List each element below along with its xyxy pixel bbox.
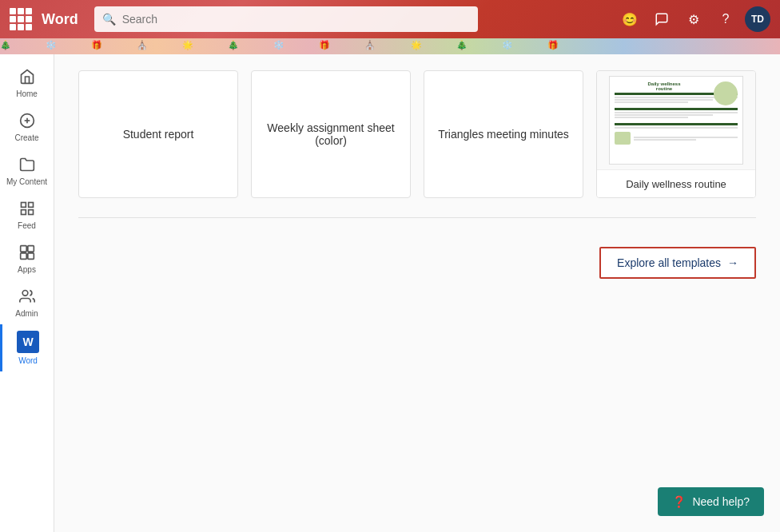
svg-rect-6 xyxy=(28,210,33,215)
svg-rect-8 xyxy=(27,246,34,252)
preview-line-8 xyxy=(634,137,738,138)
user-avatar[interactable]: TD xyxy=(745,6,770,32)
main-layout: Home Create My Content xyxy=(0,54,780,532)
preview-text-block xyxy=(634,136,738,141)
template-card-weekly-assignment[interactable]: Weekly assignment sheet (color) xyxy=(251,70,411,198)
need-help-label: Need help? xyxy=(692,495,750,508)
preview-line-7 xyxy=(615,127,738,129)
explore-btn-label: Explore all templates xyxy=(617,256,721,269)
svg-point-11 xyxy=(22,291,28,296)
app-title: Word xyxy=(42,11,78,28)
sidebar-item-apps[interactable]: Apps xyxy=(0,236,54,280)
templates-grid: Student report Weekly assignment sheet (… xyxy=(78,70,756,198)
template-card-student-report[interactable]: Student report xyxy=(78,70,238,198)
template-preview-daily-wellness: Daily wellnessroutine xyxy=(597,71,755,169)
template-card-footer-daily-wellness: Daily wellness routine xyxy=(597,169,755,197)
sidebar-item-my-content[interactable]: My Content xyxy=(0,149,54,193)
preview-line-6 xyxy=(615,117,689,118)
template-card-daily-wellness[interactable]: Daily wellnessroutine xyxy=(596,70,756,198)
svg-rect-10 xyxy=(27,253,34,260)
holiday-banner xyxy=(0,38,780,54)
preview-line-3 xyxy=(615,101,689,103)
apps-icon xyxy=(18,243,37,262)
preview-green-bar-3 xyxy=(615,123,738,125)
settings-icon-btn[interactable]: ⚙ xyxy=(681,6,706,32)
svg-rect-5 xyxy=(21,210,26,215)
explore-btn-arrow: → xyxy=(727,256,738,269)
preview-small-image xyxy=(615,132,631,145)
search-box[interactable]: 🔍 xyxy=(94,6,478,32)
home-icon xyxy=(18,67,37,86)
svg-rect-9 xyxy=(20,253,26,260)
explore-section: Explore all templates → xyxy=(78,234,756,292)
sidebar-label-create: Create xyxy=(14,133,38,142)
sidebar: Home Create My Content xyxy=(0,54,54,532)
sidebar-item-word[interactable]: W Word xyxy=(0,324,54,371)
sidebar-label-my-content: My Content xyxy=(6,177,47,186)
template-card-triangles-meeting[interactable]: Triangles meeting minutes xyxy=(424,70,583,198)
sidebar-label-feed: Feed xyxy=(18,221,36,230)
svg-rect-4 xyxy=(28,203,33,208)
preview-image xyxy=(714,81,738,105)
waffle-icon[interactable] xyxy=(10,8,32,30)
preview-line-9 xyxy=(634,139,696,141)
feed-icon xyxy=(18,199,37,218)
template-label-triangles-meeting: Triangles meeting minutes xyxy=(438,128,569,141)
create-icon xyxy=(18,111,37,130)
admin-icon xyxy=(18,287,37,306)
search-icon: 🔍 xyxy=(102,13,116,26)
template-label-student-report: Student report xyxy=(123,128,194,141)
preview-line-5 xyxy=(615,114,713,116)
preview-line-2 xyxy=(615,99,713,101)
preview-line-4 xyxy=(615,112,738,113)
help-icon-btn[interactable]: ? xyxy=(713,6,738,32)
sidebar-label-admin: Admin xyxy=(15,309,38,318)
sidebar-item-admin[interactable]: Admin xyxy=(0,280,54,324)
template-label-weekly-assignment: Weekly assignment sheet (color) xyxy=(261,121,400,147)
section-divider xyxy=(78,217,756,218)
sidebar-label-home: Home xyxy=(16,89,38,98)
sidebar-label-word: Word xyxy=(18,356,38,365)
search-input[interactable] xyxy=(122,13,470,26)
svg-rect-7 xyxy=(20,246,26,252)
template-footer-label-daily-wellness: Daily wellness routine xyxy=(626,178,726,190)
sidebar-label-apps: Apps xyxy=(18,265,36,274)
sidebar-item-home[interactable]: Home xyxy=(0,61,54,105)
sidebar-item-create[interactable]: Create xyxy=(0,105,54,149)
sidebar-item-feed[interactable]: Feed xyxy=(0,193,54,236)
topbar-right: 😊 ⚙ ? TD xyxy=(617,6,770,32)
my-content-icon xyxy=(18,155,37,174)
content-area: Student report Weekly assignment sheet (… xyxy=(54,54,780,532)
svg-rect-3 xyxy=(21,203,26,208)
feedback-icon-btn[interactable] xyxy=(649,6,675,32)
topbar: Word 🔍 😊 ⚙ ? TD xyxy=(0,0,780,38)
explore-all-templates-button[interactable]: Explore all templates → xyxy=(599,247,756,279)
preview-content: Daily wellnessroutine xyxy=(609,76,743,165)
word-icon: W xyxy=(17,331,39,353)
preview-green-bar-2 xyxy=(615,108,738,110)
need-help-button[interactable]: ❓ Need help? xyxy=(658,487,764,516)
need-help-icon: ❓ xyxy=(672,495,686,508)
emoji-icon-btn[interactable]: 😊 xyxy=(617,6,643,32)
